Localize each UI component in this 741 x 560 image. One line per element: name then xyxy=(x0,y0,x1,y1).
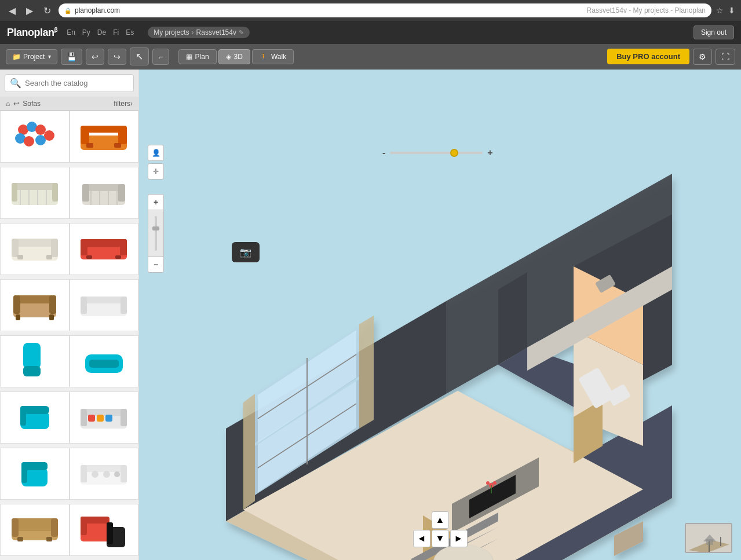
lang-es[interactable]: Es xyxy=(123,27,136,38)
catalog-item-13[interactable] xyxy=(0,448,70,500)
redo-icon: ↪ xyxy=(114,52,121,61)
compass-button[interactable]: ✛ xyxy=(148,163,164,180)
view-walk-button[interactable]: 🚶 Walk xyxy=(252,49,294,64)
svg-rect-43 xyxy=(13,295,20,314)
settings-button[interactable]: ⚙ xyxy=(693,49,712,65)
catalog-item-1[interactable] xyxy=(0,111,70,163)
catalog-item-12[interactable] xyxy=(70,391,139,444)
svg-rect-57 xyxy=(20,406,26,426)
svg-rect-64 xyxy=(105,415,112,422)
lang-fi[interactable]: Fi xyxy=(111,27,121,38)
save-icon: 💾 xyxy=(67,52,76,61)
catalog-item-9[interactable] xyxy=(0,335,70,387)
undo-icon: ↩ xyxy=(92,52,98,61)
breadcrumb-project-name[interactable]: Rassvet154v xyxy=(196,28,236,36)
fullscreen-icon: ⛶ xyxy=(721,52,729,61)
svg-point-2 xyxy=(35,125,46,135)
brightness-slider[interactable] xyxy=(390,152,483,154)
main-content: 🔍 ⌂ ↩ Sofas filters› xyxy=(0,69,741,560)
redo-button[interactable]: ↪ xyxy=(108,49,126,65)
catalog-item-8[interactable] xyxy=(70,279,139,331)
sidebar-filters-bar: ⌂ ↩ Sofas filters› xyxy=(0,97,138,111)
undo-button[interactable]: ↩ xyxy=(86,49,104,65)
nav-arrows: ▲ ◄ ▼ ► xyxy=(413,511,468,547)
brightness-minus-button[interactable]: - xyxy=(382,148,385,158)
back-category-icon[interactable]: ↩ xyxy=(13,100,19,108)
buy-pro-button[interactable]: Buy PRO account xyxy=(607,49,689,64)
catalog-item-14[interactable] xyxy=(70,448,139,500)
nav-down-button[interactable]: ▼ xyxy=(432,530,449,547)
svg-point-6 xyxy=(44,130,54,141)
lang-en[interactable]: En xyxy=(64,27,78,38)
catalog-item-5[interactable] xyxy=(0,223,70,275)
download-button[interactable]: ⬇ xyxy=(728,6,735,15)
floorplan-3d xyxy=(168,162,718,560)
search-icon: 🔍 xyxy=(10,78,21,89)
svg-rect-62 xyxy=(88,415,95,422)
svg-rect-11 xyxy=(86,143,93,148)
nav-left-button[interactable]: ◄ xyxy=(413,530,430,547)
url-bar[interactable]: 🔒 planoplan.com Rassvet154v - My project… xyxy=(59,3,711,17)
edit-project-name-icon[interactable]: ✎ xyxy=(239,29,244,36)
catalog-item-3[interactable] xyxy=(0,167,70,219)
logo-text: Planoplan xyxy=(7,27,54,38)
zoom-out-button[interactable]: − xyxy=(148,257,164,273)
svg-rect-81 xyxy=(46,537,52,541)
svg-rect-59 xyxy=(81,409,127,416)
view-plan-button[interactable]: ▦ Plan xyxy=(178,49,217,64)
catalog-item-2[interactable] xyxy=(70,111,139,163)
browser-forward-button[interactable]: ▶ xyxy=(23,4,36,17)
search-input-wrap[interactable]: 🔍 xyxy=(5,74,134,92)
svg-point-114 xyxy=(486,481,490,485)
catalog-item-6[interactable] xyxy=(70,223,139,275)
home-icon[interactable]: ⌂ xyxy=(6,100,10,108)
catalog-item-15[interactable] xyxy=(0,504,70,556)
sign-out-button[interactable]: Sign out xyxy=(693,25,734,39)
view-mode-group: ▦ Plan ◈ 3D 🚶 Walk xyxy=(178,49,294,64)
svg-rect-85 xyxy=(81,517,87,535)
catalog-item-11[interactable] xyxy=(0,391,70,444)
lang-de[interactable]: De xyxy=(95,27,108,38)
svg-point-4 xyxy=(24,136,34,147)
select-tool-button[interactable]: ↖ xyxy=(130,47,149,65)
project-label: Project xyxy=(23,53,45,61)
svg-rect-40 xyxy=(115,255,121,259)
lang-ru[interactable]: Ру xyxy=(80,27,93,38)
3d-label: 3D xyxy=(234,53,243,61)
catalog-item-7[interactable] xyxy=(0,279,70,331)
nav-right-button[interactable]: ► xyxy=(450,530,468,547)
svg-rect-10 xyxy=(81,126,127,133)
svg-rect-60 xyxy=(81,409,87,426)
svg-rect-54 xyxy=(89,360,119,368)
svg-point-72 xyxy=(92,471,98,478)
fullscreen-button[interactable]: ⛶ xyxy=(716,49,735,65)
zoom-in-button[interactable]: + xyxy=(148,194,164,210)
svg-point-115 xyxy=(493,481,497,485)
catalog-item-16[interactable] xyxy=(70,504,139,556)
lock-icon: 🔒 xyxy=(64,8,71,14)
walk-icon: 🚶 xyxy=(260,53,268,61)
browser-back-button[interactable]: ◀ xyxy=(6,4,19,17)
browser-reload-button[interactable]: ↻ xyxy=(41,4,54,17)
star-button[interactable]: ☆ xyxy=(716,6,724,15)
nav-up-button[interactable]: ▲ xyxy=(432,511,449,529)
brightness-plus-button[interactable]: + xyxy=(487,148,492,158)
catalog-item-4[interactable] xyxy=(70,167,139,219)
search-input[interactable] xyxy=(25,79,129,87)
svg-rect-33 xyxy=(17,255,23,259)
svg-rect-63 xyxy=(97,415,104,422)
sofa-preview-5 xyxy=(9,232,61,266)
project-menu-button[interactable]: 📁 Project xyxy=(6,49,57,64)
svg-point-73 xyxy=(103,471,110,478)
wall-tool-button[interactable]: ⌐ xyxy=(152,49,169,65)
breadcrumb-my-projects[interactable]: My projects xyxy=(154,28,189,36)
svg-rect-80 xyxy=(17,537,23,541)
view-3d-button[interactable]: ◈ 3D xyxy=(218,49,250,64)
person-view-button[interactable]: 👤 xyxy=(148,145,164,161)
svg-rect-49 xyxy=(81,297,87,314)
canvas-area: 👤 ✛ + − 📷 - + xyxy=(139,69,741,560)
filters-link[interactable]: filters› xyxy=(114,100,133,108)
save-button[interactable]: 💾 xyxy=(61,49,82,65)
catalog-item-10[interactable] xyxy=(70,335,139,387)
zoom-controls: + − xyxy=(148,194,164,273)
